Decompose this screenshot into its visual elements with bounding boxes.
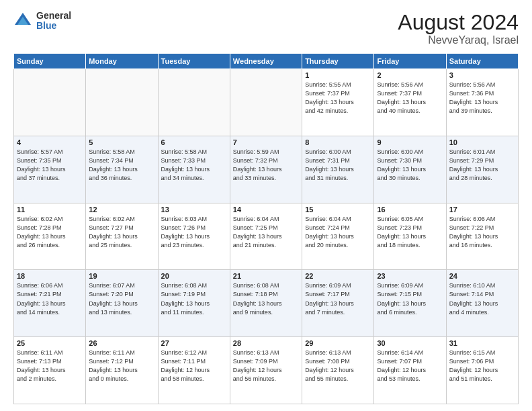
calendar-header-row: Sunday Monday Tuesday Wednesday Thursday…: [14, 54, 519, 69]
day-number: 28: [233, 339, 299, 347]
calendar-week-row: 25Sunrise: 6:11 AMSunset: 7:13 PMDayligh…: [14, 337, 519, 404]
table-row: 26Sunrise: 6:11 AMSunset: 7:12 PMDayligh…: [86, 337, 158, 404]
day-number: 4: [17, 138, 83, 146]
day-info: Sunrise: 5:57 AMSunset: 7:35 PMDaylight:…: [17, 148, 83, 183]
day-info: Sunrise: 6:08 AMSunset: 7:18 PMDaylight:…: [233, 281, 299, 316]
calendar-table: Sunday Monday Tuesday Wednesday Thursday…: [13, 53, 519, 404]
day-info: Sunrise: 6:12 AMSunset: 7:11 PMDaylight:…: [161, 349, 227, 383]
table-row: 25Sunrise: 6:11 AMSunset: 7:13 PMDayligh…: [14, 337, 86, 404]
day-info: Sunrise: 6:02 AMSunset: 7:28 PMDaylight:…: [17, 215, 83, 250]
table-row: 20Sunrise: 6:08 AMSunset: 7:19 PMDayligh…: [158, 270, 230, 337]
table-row: 29Sunrise: 6:13 AMSunset: 7:08 PMDayligh…: [302, 337, 374, 404]
logo-blue: Blue: [36, 21, 71, 31]
table-row: 4Sunrise: 5:57 AMSunset: 7:35 PMDaylight…: [14, 136, 86, 203]
table-row: 10Sunrise: 6:01 AMSunset: 7:29 PMDayligh…: [446, 136, 518, 203]
table-row: 15Sunrise: 6:04 AMSunset: 7:24 PMDayligh…: [302, 203, 374, 270]
day-number: 7: [233, 138, 299, 146]
col-monday: Monday: [86, 54, 158, 69]
table-row: 19Sunrise: 6:07 AMSunset: 7:20 PMDayligh…: [86, 270, 158, 337]
day-info: Sunrise: 6:15 AMSunset: 7:06 PMDaylight:…: [449, 349, 515, 383]
day-number: 30: [377, 339, 443, 347]
day-info: Sunrise: 6:05 AMSunset: 7:23 PMDaylight:…: [377, 215, 443, 250]
day-number: 29: [305, 339, 371, 347]
table-row: 6Sunrise: 5:58 AMSunset: 7:33 PMDaylight…: [158, 136, 230, 203]
table-row: 24Sunrise: 6:10 AMSunset: 7:14 PMDayligh…: [446, 270, 518, 337]
table-row: [86, 69, 158, 136]
day-number: 22: [305, 272, 371, 280]
day-info: Sunrise: 6:11 AMSunset: 7:13 PMDaylight:…: [17, 349, 83, 383]
table-row: 16Sunrise: 6:05 AMSunset: 7:23 PMDayligh…: [374, 203, 446, 270]
table-row: 17Sunrise: 6:06 AMSunset: 7:22 PMDayligh…: [446, 203, 518, 270]
day-number: 5: [89, 138, 154, 146]
table-row: 5Sunrise: 5:58 AMSunset: 7:34 PMDaylight…: [86, 136, 158, 203]
day-info: Sunrise: 6:09 AMSunset: 7:17 PMDaylight:…: [305, 281, 371, 316]
day-number: 17: [449, 205, 515, 214]
day-info: Sunrise: 6:08 AMSunset: 7:19 PMDaylight:…: [161, 281, 227, 316]
day-number: 8: [305, 138, 371, 146]
day-info: Sunrise: 5:58 AMSunset: 7:33 PMDaylight:…: [161, 148, 227, 183]
col-friday: Friday: [374, 54, 446, 69]
day-info: Sunrise: 6:13 AMSunset: 7:09 PMDaylight:…: [233, 349, 299, 383]
table-row: 21Sunrise: 6:08 AMSunset: 7:18 PMDayligh…: [230, 270, 302, 337]
calendar-week-row: 18Sunrise: 6:06 AMSunset: 7:21 PMDayligh…: [14, 270, 519, 337]
day-number: 12: [89, 205, 154, 214]
table-row: 8Sunrise: 6:00 AMSunset: 7:31 PMDaylight…: [302, 136, 374, 203]
day-number: 15: [305, 205, 371, 214]
table-row: 18Sunrise: 6:06 AMSunset: 7:21 PMDayligh…: [14, 270, 86, 337]
day-number: 11: [17, 205, 83, 214]
title-block: August 2024 NevveYaraq, Israel: [398, 11, 519, 46]
logo-icon: [13, 11, 32, 30]
day-number: 6: [161, 138, 227, 146]
day-info: Sunrise: 6:03 AMSunset: 7:26 PMDaylight:…: [161, 215, 227, 250]
day-number: 3: [449, 71, 515, 79]
col-wednesday: Wednesday: [230, 54, 302, 69]
month-title: August 2024: [398, 11, 519, 34]
day-number: 9: [377, 138, 443, 146]
table-row: 11Sunrise: 6:02 AMSunset: 7:28 PMDayligh…: [14, 203, 86, 270]
col-saturday: Saturday: [446, 54, 518, 69]
col-sunday: Sunday: [14, 54, 86, 69]
day-number: 26: [89, 339, 154, 347]
day-number: 24: [449, 272, 515, 280]
day-number: 20: [161, 272, 227, 280]
day-number: 13: [161, 205, 227, 214]
day-info: Sunrise: 5:55 AMSunset: 7:37 PMDaylight:…: [305, 81, 371, 116]
day-info: Sunrise: 5:56 AMSunset: 7:37 PMDaylight:…: [377, 81, 443, 116]
calendar-week-row: 11Sunrise: 6:02 AMSunset: 7:28 PMDayligh…: [14, 203, 519, 270]
day-number: 18: [17, 272, 83, 280]
logo-general: General: [36, 11, 71, 21]
logo-text: General Blue: [36, 11, 71, 32]
table-row: 28Sunrise: 6:13 AMSunset: 7:09 PMDayligh…: [230, 337, 302, 404]
logo: General Blue: [13, 11, 71, 32]
day-number: 1: [305, 71, 371, 79]
col-tuesday: Tuesday: [158, 54, 230, 69]
day-info: Sunrise: 6:06 AMSunset: 7:22 PMDaylight:…: [449, 215, 515, 250]
day-info: Sunrise: 5:56 AMSunset: 7:36 PMDaylight:…: [449, 81, 515, 116]
table-row: 1Sunrise: 5:55 AMSunset: 7:37 PMDaylight…: [302, 69, 374, 136]
day-info: Sunrise: 6:09 AMSunset: 7:15 PMDaylight:…: [377, 281, 443, 316]
table-row: [158, 69, 230, 136]
table-row: 22Sunrise: 6:09 AMSunset: 7:17 PMDayligh…: [302, 270, 374, 337]
day-number: 23: [377, 272, 443, 280]
day-info: Sunrise: 6:07 AMSunset: 7:20 PMDaylight:…: [89, 281, 154, 316]
day-info: Sunrise: 6:02 AMSunset: 7:27 PMDaylight:…: [89, 215, 154, 250]
day-info: Sunrise: 6:14 AMSunset: 7:07 PMDaylight:…: [377, 349, 443, 383]
day-info: Sunrise: 6:13 AMSunset: 7:08 PMDaylight:…: [305, 349, 371, 383]
table-row: [230, 69, 302, 136]
location: NevveYaraq, Israel: [398, 34, 519, 46]
day-number: 19: [89, 272, 154, 280]
day-info: Sunrise: 6:10 AMSunset: 7:14 PMDaylight:…: [449, 281, 515, 316]
table-row: 31Sunrise: 6:15 AMSunset: 7:06 PMDayligh…: [446, 337, 518, 404]
day-info: Sunrise: 6:04 AMSunset: 7:25 PMDaylight:…: [233, 215, 299, 250]
page: General Blue August 2024 NevveYaraq, Isr…: [0, 0, 532, 411]
col-thursday: Thursday: [302, 54, 374, 69]
table-row: 9Sunrise: 6:00 AMSunset: 7:30 PMDaylight…: [374, 136, 446, 203]
day-info: Sunrise: 6:04 AMSunset: 7:24 PMDaylight:…: [305, 215, 371, 250]
table-row: 13Sunrise: 6:03 AMSunset: 7:26 PMDayligh…: [158, 203, 230, 270]
table-row: 3Sunrise: 5:56 AMSunset: 7:36 PMDaylight…: [446, 69, 518, 136]
day-info: Sunrise: 6:00 AMSunset: 7:31 PMDaylight:…: [305, 148, 371, 183]
day-info: Sunrise: 5:58 AMSunset: 7:34 PMDaylight:…: [89, 148, 154, 183]
table-row: 27Sunrise: 6:12 AMSunset: 7:11 PMDayligh…: [158, 337, 230, 404]
day-number: 25: [17, 339, 83, 347]
day-number: 14: [233, 205, 299, 214]
